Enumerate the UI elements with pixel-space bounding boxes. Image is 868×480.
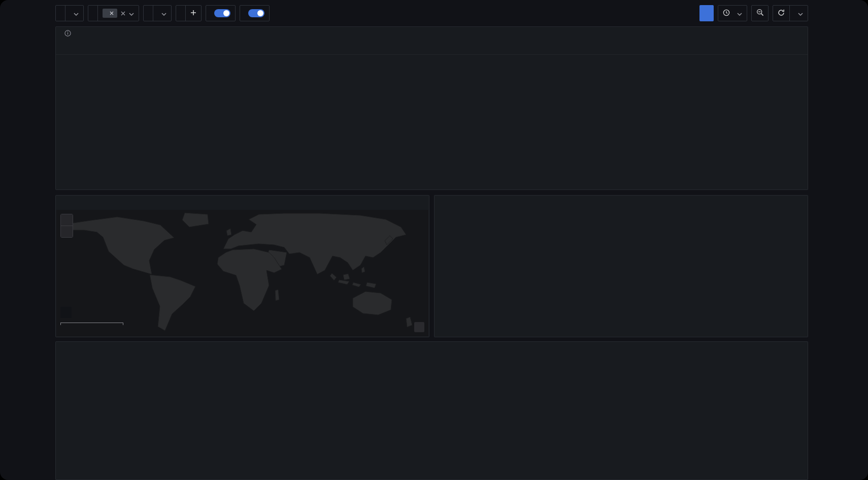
map-zoom-control bbox=[60, 214, 73, 238]
plus-icon bbox=[190, 10, 196, 17]
zoom-in-button[interactable] bbox=[61, 214, 73, 226]
region-filter[interactable] bbox=[55, 5, 84, 21]
alerts-pending-control bbox=[240, 5, 270, 21]
time-range-picker[interactable] bbox=[718, 5, 747, 21]
zoom-out-time-button[interactable] bbox=[751, 5, 769, 21]
zoom-out-button[interactable] bbox=[61, 226, 73, 237]
map-scale-bar bbox=[60, 323, 123, 325]
map-attribution-icon[interactable] bbox=[414, 322, 424, 332]
latency-chart[interactable] bbox=[56, 356, 808, 435]
probe-chip[interactable] bbox=[103, 9, 117, 18]
chevron-down-icon bbox=[737, 10, 742, 17]
latency-panel bbox=[55, 341, 808, 480]
clear-all-icon[interactable] bbox=[121, 10, 125, 17]
zoom-out-icon bbox=[756, 9, 764, 18]
add-new-check-button[interactable] bbox=[699, 5, 714, 21]
clock-icon bbox=[723, 9, 730, 18]
chevron-down-icon bbox=[798, 10, 803, 17]
dashboard-frame bbox=[0, 0, 868, 480]
latency-chart-legend bbox=[56, 437, 808, 439]
error-chart-legend bbox=[435, 299, 808, 301]
region-label bbox=[56, 6, 65, 21]
refresh-button[interactable] bbox=[773, 6, 789, 21]
map-legend bbox=[60, 307, 72, 318]
chevron-down-icon bbox=[74, 10, 79, 17]
chevron-down-icon bbox=[161, 10, 166, 17]
refresh-interval-select[interactable] bbox=[789, 6, 808, 21]
refresh-icon bbox=[778, 9, 785, 18]
table-header bbox=[56, 41, 808, 55]
filters-control[interactable] bbox=[176, 5, 202, 21]
error-chart[interactable] bbox=[435, 210, 808, 297]
refresh-control[interactable] bbox=[773, 5, 808, 21]
check-type-select[interactable] bbox=[153, 6, 171, 21]
toolbar bbox=[55, 5, 808, 21]
check-error-percentage-panel bbox=[434, 195, 808, 337]
filters-label bbox=[176, 6, 185, 21]
probe-filter[interactable] bbox=[88, 5, 139, 21]
all-checks-panel bbox=[55, 26, 808, 190]
alerts-firing-toggle[interactable] bbox=[214, 9, 230, 17]
check-type-filter[interactable] bbox=[143, 5, 172, 21]
probe-values[interactable] bbox=[97, 6, 139, 21]
chevron-down-icon[interactable] bbox=[129, 10, 134, 17]
world-map[interactable] bbox=[56, 210, 428, 336]
check-type-label bbox=[144, 6, 153, 21]
info-icon[interactable] bbox=[64, 30, 71, 38]
world-map-svg[interactable] bbox=[56, 210, 428, 336]
chip-close-icon[interactable] bbox=[110, 10, 114, 17]
alerts-firing-control bbox=[206, 5, 236, 21]
alerts-pending-toggle[interactable] bbox=[248, 9, 264, 17]
error-rate-map-panel bbox=[55, 195, 429, 337]
probe-label bbox=[88, 6, 97, 21]
region-select[interactable] bbox=[65, 6, 83, 21]
add-filter-button[interactable] bbox=[185, 6, 201, 21]
